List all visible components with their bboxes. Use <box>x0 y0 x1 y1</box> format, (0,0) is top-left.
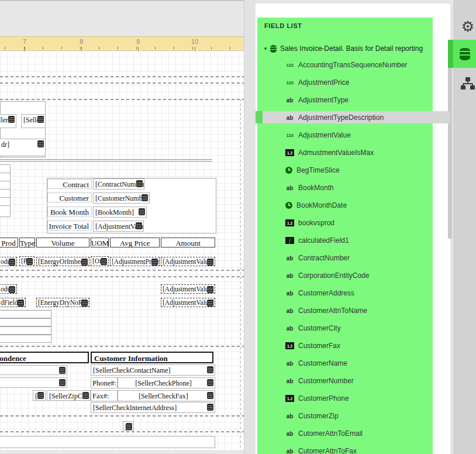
field-name: CustomerPhone <box>298 394 349 403</box>
report-data-field[interactable]: dField1 <box>0 298 26 307</box>
column-header[interactable]: Amount <box>161 238 215 247</box>
report-textbox[interactable]: [S <box>33 390 46 401</box>
field-list-item-CustomerNumber[interactable]: CustomerNumber <box>256 372 450 390</box>
report-design-canvas[interactable]: 78910 llerS[Sellerdr]Contract[ContractNu… <box>0 36 244 450</box>
column-header[interactable]: Volume <box>36 238 89 247</box>
band-separator <box>0 276 244 277</box>
field-list-item-CustomerFax[interactable]: CustomerFax <box>256 337 450 355</box>
text-field-icon <box>285 377 294 385</box>
field-list-item-bookvsprod[interactable]: bookvsprod <box>256 214 450 232</box>
report-textbox[interactable] <box>0 365 67 375</box>
report-box[interactable] <box>0 335 51 343</box>
report-label[interactable]: Customer <box>47 192 92 202</box>
report-label[interactable]: Contract <box>47 179 92 189</box>
report-label[interactable]: Phone#: <box>91 377 118 388</box>
column-header[interactable]: Type <box>19 238 35 247</box>
column-header[interactable]: Avg Price <box>110 238 160 247</box>
report-box[interactable] <box>0 436 215 448</box>
report-data-field[interactable]: [AdjustmentValue] <box>161 298 215 307</box>
field-list-item-AccountingTransSequenceNumber[interactable]: AccountingTransSequenceNumber <box>256 56 450 74</box>
report-box[interactable] <box>0 189 11 198</box>
field-list-item-CutomerAttnToFax[interactable]: CutomerAttnToFax <box>256 442 450 454</box>
field-list-item-BookMonth[interactable]: BookMonth <box>256 179 450 197</box>
report-label[interactable]: Invoice Total <box>47 221 92 231</box>
horizontal-ruler: 78910 <box>0 36 244 51</box>
report-data-field[interactable]: [Pro <box>19 256 35 266</box>
field-name: AccountingTransSequenceNumber <box>298 61 407 69</box>
report-label[interactable]: Book Month <box>47 207 92 216</box>
db-field-icon <box>9 286 15 293</box>
section-header[interactable]: Correspondence <box>0 352 89 363</box>
report-textbox[interactable]: [SellerCheckPhone] <box>118 377 215 388</box>
field-list-item-AdjustmentTypeDescription[interactable]: AdjustmentTypeDescription <box>256 109 450 126</box>
field-list-panel: FIELD LIST ▼ Sales Invoice-Detail. Basis… <box>256 4 450 454</box>
report-textbox[interactable]: llerS <box>0 114 16 128</box>
report-textbox[interactable]: [ <box>123 421 134 431</box>
report-box[interactable] <box>0 326 51 335</box>
report-textbox[interactable]: [CustomerNumber] <box>93 192 150 204</box>
decimal-field-icon <box>285 342 294 349</box>
field-list-item-BookMonthDate[interactable]: BookMonthDate <box>256 197 450 214</box>
field-list-item-CustomerPhone[interactable]: CustomerPhone <box>256 390 450 407</box>
report-textbox[interactable]: dr] <box>0 139 46 156</box>
report-data-field[interactable]: [AdjustmentValue] <box>161 284 215 294</box>
field-name: CustomerZip <box>298 412 339 420</box>
report-data-field[interactable]: [EnergyOrImbed] <box>36 257 89 266</box>
field-list-item-AdmustmentValueIsMax[interactable]: AdmustmentValueIsMax <box>256 144 450 161</box>
report-data-field[interactable]: [AdjustmentValue] <box>161 257 215 266</box>
report-textbox[interactable]: [AdjustmentValue] <box>93 221 144 232</box>
text-field-icon <box>285 412 294 420</box>
text-field-icon <box>285 289 294 297</box>
report-box[interactable] <box>0 173 11 181</box>
field-list-item-AdjustmentPrice[interactable]: AdjustmentPrice <box>256 74 450 91</box>
text-field-icon <box>285 96 294 104</box>
report-data-field[interactable]: oduc <box>0 284 17 294</box>
db-field-icon <box>207 379 213 386</box>
report-data-field[interactable]: [EnergyDryNoRsv <box>36 298 89 307</box>
db-field-icon <box>207 366 213 373</box>
report-textbox[interactable]: [SellerCheckInternetAddress] <box>91 402 215 413</box>
report-textbox[interactable]: [BookMonth] <box>93 207 147 218</box>
section-header[interactable]: Customer Information <box>91 352 213 363</box>
report-data-field[interactable]: [AdjustmentPrice <box>110 257 160 266</box>
field-name: CutomerAttnToFax <box>298 447 357 454</box>
report-textbox[interactable]: [SellerCheckContactName] <box>91 364 215 376</box>
field-name: CustomerFax <box>298 342 340 350</box>
report-box[interactable] <box>0 164 11 173</box>
field-list-item-AdjustmentValue[interactable]: AdjustmentValue <box>256 126 450 144</box>
report-data-field[interactable]: oduc <box>0 257 17 266</box>
field-list-item-CustomerName[interactable]: CustomerName <box>256 355 450 372</box>
tab-report-structure[interactable] <box>461 77 475 91</box>
ruler-number: 8 <box>75 38 87 45</box>
field-name: BegTimeSlice <box>296 166 340 174</box>
field-list-item-BegTimeSlice[interactable]: BegTimeSlice <box>256 161 450 179</box>
field-list-item-AdjustmentType[interactable]: AdjustmentType <box>256 91 450 109</box>
field-list-item-CustomerAddress[interactable]: CustomerAddress <box>256 284 450 302</box>
field-name: AdjustmentValue <box>298 131 351 139</box>
field-list-item-ContractNumber[interactable]: ContractNumber <box>256 249 450 267</box>
field-list-item-CustomerZip[interactable]: CustomerZip <box>256 407 450 425</box>
field-list-item-CutomerAttnToEmail[interactable]: CutomerAttnToEmail <box>256 425 450 442</box>
field-list-item-CorporationEntityCode[interactable]: CorporationEntityCode <box>256 267 450 284</box>
field-list-item-CustomerCity[interactable]: CustomerCity <box>256 319 450 337</box>
report-box[interactable] <box>0 197 11 206</box>
field-list-item-CustomerAttnToName[interactable]: CustomerAttnToName <box>256 302 450 319</box>
band-separator <box>0 82 244 84</box>
gear-icon[interactable]: ⚙ <box>460 18 476 35</box>
report-box[interactable] <box>0 181 11 190</box>
report-box[interactable] <box>0 310 51 318</box>
tab-field-list[interactable] <box>448 40 476 68</box>
report-textbox[interactable]: [Seller <box>21 114 46 128</box>
report-box[interactable] <box>0 318 51 326</box>
field-list-item-calculatedField1[interactable]: calculatedField1 <box>256 232 450 249</box>
band-separator <box>0 76 244 77</box>
report-textbox[interactable]: [SellerCheckFax] <box>118 390 215 401</box>
column-header[interactable]: Prod <box>0 238 18 247</box>
report-textbox[interactable] <box>0 377 67 388</box>
report-textbox[interactable]: [ContractNumber] <box>93 178 144 190</box>
column-header[interactable]: UOM <box>91 238 109 247</box>
report-label[interactable]: Fax#: <box>91 390 118 401</box>
report-data-field[interactable]: [Or <box>91 256 109 266</box>
band-separator <box>0 415 244 417</box>
report-textbox[interactable]: [SellerZipCod <box>47 390 91 401</box>
